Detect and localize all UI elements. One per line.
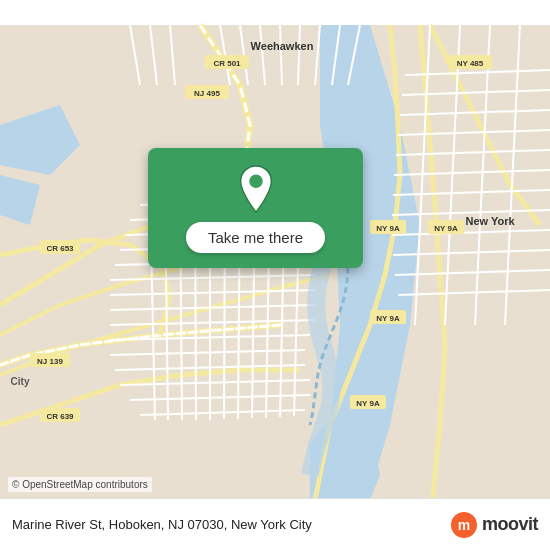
svg-text:NY 9A: NY 9A bbox=[376, 314, 400, 323]
svg-text:CR 653: CR 653 bbox=[46, 244, 74, 253]
moovit-logo-text: moovit bbox=[482, 514, 538, 535]
bottom-bar: Marine River St, Hoboken, NJ 07030, New … bbox=[0, 498, 550, 550]
moovit-logo-icon: m bbox=[450, 511, 478, 539]
svg-text:City: City bbox=[11, 376, 30, 387]
svg-text:NY 9A: NY 9A bbox=[356, 399, 380, 408]
address-label: Marine River St, Hoboken, NJ 07030, New … bbox=[12, 517, 312, 532]
take-me-there-button[interactable]: Take me there bbox=[186, 222, 325, 253]
svg-text:NY 9A: NY 9A bbox=[376, 224, 400, 233]
svg-text:NY 485: NY 485 bbox=[457, 59, 484, 68]
svg-text:m: m bbox=[458, 517, 470, 533]
osm-attribution: © OpenStreetMap contributors bbox=[8, 477, 152, 492]
svg-text:CR 501: CR 501 bbox=[213, 59, 241, 68]
map-container: CR 501 NJ 495 NY 485 NY 9A NY 9A NY 9A N… bbox=[0, 0, 550, 550]
location-pin-icon bbox=[235, 164, 277, 214]
svg-text:NY 9A: NY 9A bbox=[434, 224, 458, 233]
moovit-logo: m moovit bbox=[450, 511, 538, 539]
svg-text:CR 639: CR 639 bbox=[46, 412, 74, 421]
svg-text:Weehawken: Weehawken bbox=[251, 40, 314, 52]
svg-point-77 bbox=[249, 174, 262, 187]
map-background: CR 501 NJ 495 NY 485 NY 9A NY 9A NY 9A N… bbox=[0, 0, 550, 550]
svg-text:NJ 495: NJ 495 bbox=[194, 89, 220, 98]
attribution-text: © OpenStreetMap contributors bbox=[12, 479, 148, 490]
location-card: Take me there bbox=[148, 148, 363, 268]
svg-text:New York: New York bbox=[465, 215, 515, 227]
svg-text:NJ 139: NJ 139 bbox=[37, 357, 63, 366]
